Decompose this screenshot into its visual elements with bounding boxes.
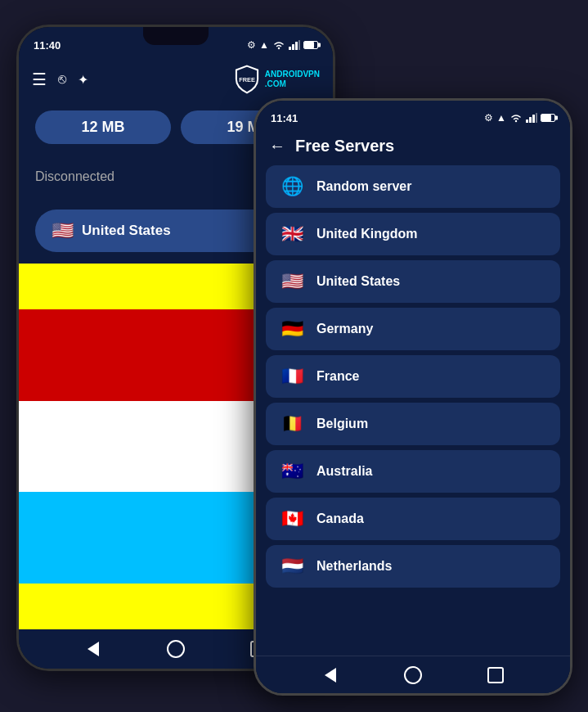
- svg-text:FREE: FREE: [239, 76, 255, 83]
- server-item[interactable]: 🇧🇪Belgium: [266, 403, 560, 445]
- server-flag-icon: 🇧🇪: [279, 413, 305, 435]
- alert-icon: ▲: [259, 39, 269, 51]
- wifi-icon: [272, 40, 285, 50]
- svg-rect-2: [295, 42, 298, 50]
- phone1-toolbar: ☰ ⎋ ✦ FREE ANDROIDVPN .COM: [19, 58, 333, 101]
- server-item[interactable]: 🇫🇷France: [266, 355, 560, 398]
- nav-back-button[interactable]: [82, 638, 105, 660]
- logo-text: ANDROIDVPN .COM: [265, 70, 320, 89]
- phone2-signal-icon: [526, 113, 537, 123]
- phone2-nav-home[interactable]: [402, 664, 424, 687]
- phone2-nav-back[interactable]: [319, 664, 342, 687]
- phone2-status-icons: ⚙ ▲: [484, 112, 555, 124]
- battery-icon: [303, 41, 318, 49]
- free-servers-title: Free Servers: [295, 137, 394, 155]
- logo-area: FREE ANDROIDVPN .COM: [232, 65, 320, 94]
- server-flag-icon: 🇳🇱: [279, 556, 305, 577]
- server-item[interactable]: 🇺🇸United States: [266, 260, 560, 303]
- server-flag-icon: 🇫🇷: [279, 366, 305, 387]
- scene: 11:40 ⚙ ▲: [0, 0, 588, 712]
- logo-vpn: VPN: [303, 70, 320, 79]
- phone2-wifi-icon: [509, 113, 523, 123]
- server-item[interactable]: 🇦🇺Australia: [266, 450, 560, 493]
- phone2-settings-icon: ⚙: [484, 112, 493, 124]
- server-item[interactable]: 🇩🇪Germany: [266, 308, 560, 350]
- signal-icon: [289, 40, 300, 50]
- server-flag-icon: 🇨🇦: [279, 508, 305, 529]
- phone2-device: 11:41 ⚙ ▲: [254, 98, 572, 696]
- svg-rect-3: [298, 40, 300, 50]
- server-flag-icon: 🇩🇪: [279, 318, 305, 340]
- server-name-label: France: [316, 369, 359, 384]
- selected-country-name: United States: [82, 223, 269, 239]
- server-list: 🌐Random server🇬🇧United Kingdom🇺🇸United S…: [256, 165, 570, 656]
- server-name-label: Netherlands: [316, 559, 392, 574]
- connection-status: Disconnected: [35, 169, 114, 184]
- server-flag-icon: 🇦🇺: [279, 461, 305, 482]
- phone2-battery-icon: [541, 114, 555, 122]
- download-stat: 12 MB: [35, 110, 171, 144]
- server-name-label: Germany: [316, 322, 373, 336]
- phone1-status-icons: ⚙ ▲: [247, 39, 318, 51]
- settings-icon: ⚙: [247, 39, 256, 51]
- svg-rect-6: [529, 117, 532, 123]
- server-flag-icon: 🇬🇧: [279, 223, 305, 245]
- back-button[interactable]: ←: [269, 137, 285, 155]
- server-item[interactable]: 🇨🇦Canada: [266, 498, 560, 540]
- phone2-nav-recent[interactable]: [484, 664, 507, 687]
- logo-shield-icon: FREE: [232, 65, 262, 94]
- svg-rect-5: [526, 119, 528, 123]
- phone2-nav-bar: [256, 656, 570, 693]
- nav-home-button[interactable]: [164, 638, 187, 660]
- server-name-label: Random server: [316, 179, 412, 194]
- server-flag-icon: 🇺🇸: [279, 271, 305, 292]
- svg-rect-7: [532, 115, 535, 123]
- svg-rect-1: [292, 44, 294, 50]
- logo-domain: .COM: [265, 79, 320, 89]
- share-icon[interactable]: ⎋: [58, 71, 66, 88]
- phone1-time: 11:40: [34, 39, 61, 52]
- phone2-status-bar: 11:41 ⚙ ▲: [256, 101, 570, 130]
- star-icon[interactable]: ✦: [78, 72, 88, 88]
- server-item[interactable]: 🇬🇧United Kingdom: [266, 213, 560, 255]
- server-item[interactable]: 🌐Random server: [266, 165, 560, 208]
- server-flag-icon: 🌐: [279, 176, 305, 197]
- selected-country-flag: 🇺🇸: [52, 220, 74, 241]
- phone1-notch: [143, 27, 209, 45]
- phone2-screen: 11:41 ⚙ ▲: [256, 101, 570, 693]
- phone2-header: ← Free Servers: [256, 130, 570, 165]
- server-name-label: Australia: [316, 464, 372, 479]
- phone2-alert-icon: ▲: [496, 112, 506, 124]
- logo-android: ANDROID: [265, 70, 303, 79]
- svg-rect-0: [289, 47, 291, 50]
- server-name-label: United Kingdom: [316, 227, 418, 241]
- server-item[interactable]: 🇳🇱Netherlands: [266, 545, 560, 588]
- server-name-label: Belgium: [316, 417, 368, 431]
- menu-icon[interactable]: ☰: [32, 70, 47, 89]
- svg-rect-8: [536, 113, 537, 123]
- server-name-label: United States: [316, 274, 400, 289]
- server-name-label: Canada: [316, 511, 364, 526]
- phone2-time: 11:41: [271, 112, 298, 124]
